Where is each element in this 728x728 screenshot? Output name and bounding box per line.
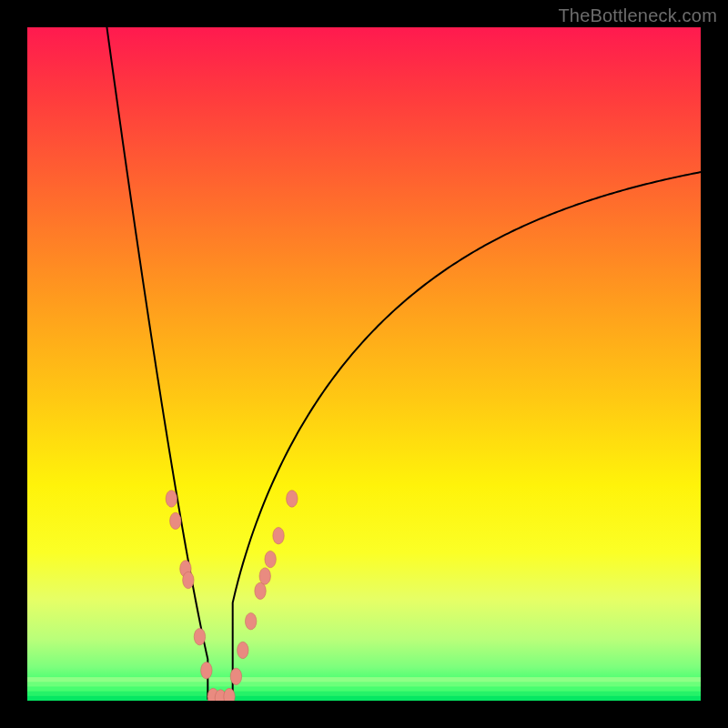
data-marker: [201, 662, 212, 679]
chart-frame: TheBottleneck.com: [0, 0, 728, 728]
data-marker: [183, 571, 194, 588]
data-marker: [170, 512, 181, 529]
plot-area: [27, 27, 701, 701]
data-marker: [259, 568, 270, 584]
bottleneck-curve: [101, 27, 701, 699]
curve-layer: [27, 27, 701, 701]
data-marker: [255, 582, 266, 599]
data-marker: [287, 490, 298, 507]
data-marker: [166, 490, 177, 507]
data-marker: [245, 612, 256, 629]
data-marker: [194, 629, 205, 645]
data-marker: [230, 668, 241, 684]
data-marker: [238, 642, 248, 658]
data-marker: [273, 528, 284, 544]
watermark-text: TheBottleneck.com: [558, 5, 717, 26]
data-marker: [265, 551, 276, 567]
